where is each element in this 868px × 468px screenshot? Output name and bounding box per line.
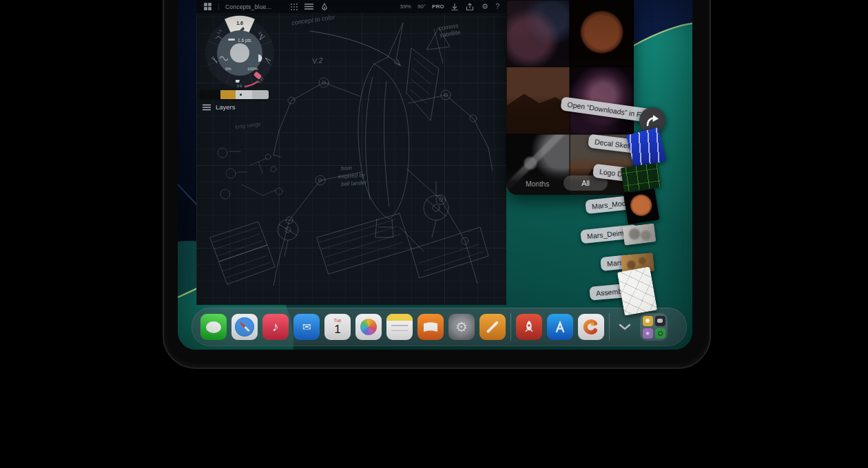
ipad-screen: concept to color V.2 comms satellite fro…: [178, 0, 692, 350]
drag-thumb-logo[interactable]: [621, 162, 661, 192]
drag-thumb-mars-model[interactable]: [623, 189, 660, 225]
drag-thumb-decal[interactable]: [626, 127, 667, 169]
drag-items-layer: Open “Downloads” in Files Decal Sketches…: [178, 0, 692, 350]
drag-thumb-deimos[interactable]: [623, 223, 657, 245]
drag-thumb-assembly[interactable]: [617, 266, 657, 315]
forward-arrow-icon: [645, 114, 660, 127]
marketing-canvas: concept to color V.2 comms satellite fro…: [0, 0, 868, 468]
